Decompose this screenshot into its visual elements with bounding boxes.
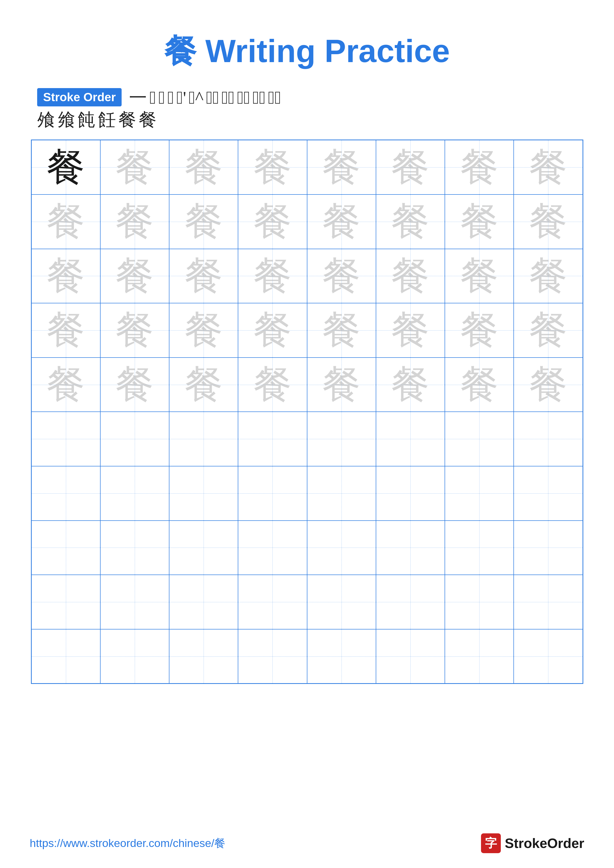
practice-char: 餐 [185,202,223,241]
stroke-char-1: 一 [129,88,147,108]
stroke-char-17: 餐 [139,110,157,130]
practice-char: 餐 [529,148,567,186]
grid-cell[interactable] [169,466,238,521]
grid-cell[interactable] [169,521,238,575]
grid-cell[interactable] [307,466,376,521]
grid-cell: 餐 [307,140,376,194]
grid-cell[interactable] [169,575,238,629]
grid-cell: 餐 [169,140,238,194]
grid-cell[interactable] [376,575,445,629]
practice-char: 餐 [47,148,85,186]
grid-cell: 餐 [100,194,169,249]
stroke-char-13: 飨 [58,110,75,130]
grid-cell: 餐 [445,249,514,303]
grid-cell[interactable] [307,521,376,575]
stroke-char-16: 餐 [118,110,136,130]
practice-char: 餐 [529,202,567,241]
grid-cell: 餐 [445,358,514,412]
grid-cell[interactable] [238,412,307,466]
grid-cell[interactable] [307,629,376,684]
grid-cell[interactable] [100,521,169,575]
grid-cell[interactable] [100,412,169,466]
practice-char: 餐 [253,148,292,186]
stroke-char-3: 𠃌 [159,88,165,108]
grid-cell: 餐 [100,249,169,303]
grid-cell[interactable] [514,412,583,466]
grid-cell[interactable] [376,629,445,684]
practice-char: 餐 [391,311,429,349]
grid-cell[interactable] [238,466,307,521]
grid-cell[interactable] [31,629,100,684]
practice-char: 餐 [47,366,85,404]
grid-cell[interactable] [376,412,445,466]
grid-cell[interactable] [307,412,376,466]
grid-cell[interactable] [514,575,583,629]
practice-char: 餐 [253,257,292,295]
stroke-char-12: 飧 [37,110,55,130]
grid-cell[interactable] [445,466,514,521]
practice-char: 餐 [460,366,499,404]
grid-cell: 餐 [514,194,583,249]
grid-cell: 餐 [376,249,445,303]
grid-cell[interactable] [238,629,307,684]
practice-char: 餐 [185,366,223,404]
grid-cell[interactable] [100,575,169,629]
footer-url[interactable]: https://www.strokeorder.com/chinese/餐 [30,836,225,851]
grid-cell: 餐 [238,303,307,358]
grid-cell[interactable] [31,575,100,629]
practice-char: 餐 [185,311,223,349]
grid-cell[interactable] [31,412,100,466]
writing-grid: 餐餐餐餐餐餐餐餐餐餐餐餐餐餐餐餐餐餐餐餐餐餐餐餐餐餐餐餐餐餐餐餐餐餐餐餐餐餐餐餐 [31,140,583,684]
grid-cell[interactable] [514,629,583,684]
grid-cell: 餐 [376,194,445,249]
stroke-sequence-2: 飧 飨 飩 飪 餐 餐 [37,110,157,130]
grid-cell[interactable] [100,466,169,521]
practice-char: 餐 [529,257,567,295]
brand-name: StrokeOrder [505,835,584,851]
grid-cell[interactable] [445,521,514,575]
practice-char: 餐 [115,148,154,186]
grid-cell[interactable] [31,466,100,521]
practice-char: 餐 [47,257,85,295]
grid-cell[interactable] [307,575,376,629]
grid-cell[interactable] [238,575,307,629]
grid-cell[interactable] [514,521,583,575]
grid-cell: 餐 [31,194,100,249]
grid-cell[interactable] [169,412,238,466]
grid-cell: 餐 [31,140,100,194]
grid-cell[interactable] [169,629,238,684]
grid-cell[interactable] [100,629,169,684]
grid-cell: 餐 [307,303,376,358]
practice-char: 餐 [322,257,361,295]
stroke-char-15: 飪 [98,110,116,130]
grid-cell: 餐 [445,303,514,358]
grid-cell[interactable] [445,575,514,629]
stroke-char-14: 飩 [78,110,96,130]
grid-cell: 餐 [100,358,169,412]
grid-cell[interactable] [445,629,514,684]
practice-char: 餐 [391,202,429,241]
grid-cell[interactable] [514,466,583,521]
practice-char: 餐 [115,202,154,241]
grid-cell[interactable] [376,466,445,521]
grid-cell: 餐 [238,140,307,194]
practice-char: 餐 [115,257,154,295]
grid-cell: 餐 [31,249,100,303]
practice-char: 餐 [47,202,85,241]
grid-cell[interactable] [31,521,100,575]
grid-cell[interactable] [445,412,514,466]
practice-char: 餐 [322,366,361,404]
grid-cell[interactable] [238,521,307,575]
grid-cell: 餐 [238,249,307,303]
grid-cell: 餐 [514,303,583,358]
practice-char: 餐 [460,311,499,349]
grid-cell[interactable] [376,521,445,575]
stroke-char-9: 𠃊参 [237,88,250,108]
practice-char: 餐 [529,366,567,404]
grid-cell: 餐 [100,303,169,358]
stroke-char-11: 𠃊飧 [268,88,281,108]
stroke-order-section: Stroke Order 一 𠃌 𠃌 𠃌 𠃌' 𠃌^ 𠃊令 𠃊夕 𠃊参 𠃊飡 𠃊… [30,88,584,108]
grid-cell: 餐 [514,358,583,412]
stroke-char-2: 𠃌 [149,88,156,108]
stroke-char-8: 𠃊夕 [221,88,235,108]
